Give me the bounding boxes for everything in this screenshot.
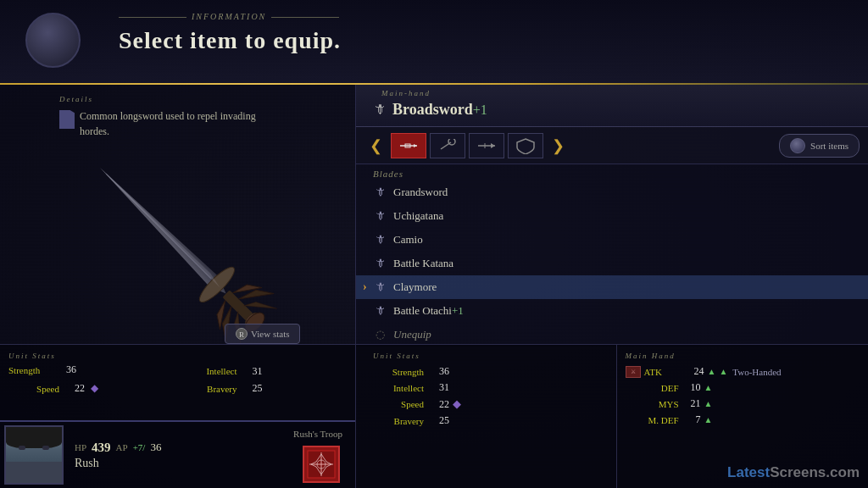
row-strength: Strength 36 <box>373 365 608 378</box>
watermark-suffix: Screens.com <box>770 464 860 480</box>
tab-arrow-right[interactable]: ❯ <box>547 136 570 155</box>
speed-diamond-icon: ◆ <box>453 397 461 411</box>
mainhand-bar: Main-hand 🗡 Broadsword +1 <box>356 85 868 127</box>
unequip-icon: ◌ <box>373 328 387 341</box>
unit-stats-grid: Strength 36 Intellect 31 Speed 22 ◆ Brav… <box>8 363 347 397</box>
intellect-value: 31 <box>431 381 449 394</box>
bravery-label: Bravery <box>373 416 424 426</box>
speed-mys-icon: ◆ <box>91 382 98 395</box>
mdef-value: 7 <box>682 413 701 426</box>
camio-icon: 🗡 <box>373 233 387 247</box>
stat-bravery: Bravery 25 <box>186 382 348 395</box>
sort-items-button[interactable]: Sort items <box>779 134 860 158</box>
battlekatana-name: Battle Katana <box>393 257 453 270</box>
char-name: Rush <box>75 457 161 470</box>
category-label: Blades <box>356 164 868 180</box>
weapon-tabs: ❮ ❯ <box>356 127 868 164</box>
hp-label: HP <box>75 442 86 452</box>
tab-arrow-left[interactable]: ❮ <box>364 136 387 155</box>
def-value: 10 <box>682 381 701 394</box>
watermark-prefix: Latest <box>727 464 770 480</box>
sort-items-label: Sort items <box>810 141 849 151</box>
shield-tab-icon <box>515 137 536 154</box>
item-battlekatana[interactable]: 🗡 Battle Katana <box>356 252 868 275</box>
svg-marker-12 <box>100 165 222 287</box>
unit-stats-col-label: Unit Stats <box>373 352 608 360</box>
speed-label: Speed <box>373 399 424 409</box>
row-bravery: Bravery 25 <box>373 414 608 427</box>
item-camio[interactable]: 🗡 Camio <box>356 228 868 252</box>
stat-bravery-val: 25 <box>244 382 263 395</box>
strength-label: Strength <box>373 367 424 377</box>
stat-speed-val: 22 <box>66 382 85 395</box>
right-panel: Main-hand 🗡 Broadsword +1 ❮ <box>356 85 868 488</box>
char-stats: HP 439 AP +7/ 36 Rush <box>68 441 161 470</box>
tab-blunt[interactable] <box>430 133 465 158</box>
ranged-tab-icon <box>476 139 497 152</box>
svg-marker-24 <box>491 143 495 148</box>
uchigatana-name: Uchigatana <box>393 209 443 223</box>
sword-image-area <box>17 152 339 339</box>
atk-value: 24 <box>686 365 704 378</box>
row-intellect: Intellect 31 <box>373 381 608 394</box>
portrait-frame <box>4 425 64 485</box>
row-speed: Speed 22 ◆ <box>373 397 608 411</box>
svg-point-22 <box>448 139 455 145</box>
blunt-tab-icon <box>437 139 458 152</box>
header-bar: Information Select item to equip. <box>0 0 868 85</box>
mys-value: 21 <box>682 397 701 410</box>
stat-bravery-name: Bravery <box>186 384 237 394</box>
strength-value: 36 <box>431 365 449 378</box>
char-orb <box>25 13 81 68</box>
def-arrow: ▲ <box>704 383 713 392</box>
grandsword-icon: 🗡 <box>373 186 387 199</box>
svg-marker-19 <box>414 144 417 147</box>
book-icon <box>59 110 75 129</box>
left-panel: Details Common longsword used to repel i… <box>0 85 356 488</box>
item-list: Blades 🗡 Grandsword 🗡 Uchigatana 🗡 Camio… <box>356 164 868 347</box>
mdef-label: M. DEF <box>626 415 679 425</box>
row-def: DEF 10 ▲ <box>626 381 860 394</box>
view-stats-button[interactable]: R View stats <box>225 324 300 344</box>
tab-shield[interactable] <box>508 133 543 158</box>
atk-arrow1: ▲ <box>708 367 716 376</box>
portrait-face <box>6 427 62 483</box>
grandsword-name: Grandsword <box>393 186 448 199</box>
selection-arrow: › <box>363 280 367 294</box>
page-title: Select item to equip. <box>119 27 341 54</box>
battlekatana-icon: 🗡 <box>373 257 387 270</box>
unit-stats-section: Unit Stats Strength 36 Intellect 31 Spee… <box>0 344 355 420</box>
camio-name: Camio <box>393 233 423 247</box>
mys-arrow: ▲ <box>704 399 713 408</box>
unit-stats-col: Unit Stats Strength 36 Intellect 31 Spee… <box>356 345 616 488</box>
item-uchigatana[interactable]: 🗡 Uchigatana <box>356 204 868 228</box>
row-atk: ⚔ ATK 24 ▲ ▲ Two-Handed <box>626 365 860 378</box>
ap-label: AP <box>116 442 128 452</box>
stat-speed: Speed 22 ◆ <box>8 382 170 395</box>
atk-label: ATK <box>644 367 682 377</box>
stat-intellect: Intellect 31 <box>186 363 348 379</box>
two-handed-label: Two-Handed <box>732 367 781 377</box>
ap-plus: +7/ <box>133 442 146 452</box>
def-label: DEF <box>626 383 679 393</box>
troop-emblem <box>303 446 340 483</box>
stat-intellect-name: Intellect <box>186 366 237 376</box>
intellect-label: Intellect <box>373 383 424 393</box>
stat-strength-name: Strength <box>8 365 59 375</box>
item-grandsword[interactable]: 🗡 Grandsword <box>356 180 868 204</box>
item-claymore[interactable]: › 🗡 Claymore <box>356 275 868 299</box>
mainhand-weapon-name: Broadsword +1 <box>392 101 487 119</box>
mainhand-sword-icon: 🗡 <box>373 103 386 117</box>
uchigatana-icon: 🗡 <box>373 209 387 223</box>
claymore-icon: 🗡 <box>373 280 387 294</box>
battleotachi-name: Battle Otachi+1 <box>393 304 464 318</box>
sword-tab-icon <box>398 139 419 152</box>
atk-icon: ⚔ <box>626 366 641 378</box>
item-battleotachi[interactable]: 🗡 Battle Otachi+1 <box>356 299 868 323</box>
stat-speed-name: Speed <box>8 384 59 394</box>
watermark: LatestScreens.com <box>727 464 860 481</box>
item-unequip[interactable]: ◌ Unequip <box>356 323 868 347</box>
tab-swords[interactable] <box>391 133 426 158</box>
troop-label: Rush's Troop <box>293 429 342 439</box>
tab-ranged[interactable] <box>469 133 504 158</box>
